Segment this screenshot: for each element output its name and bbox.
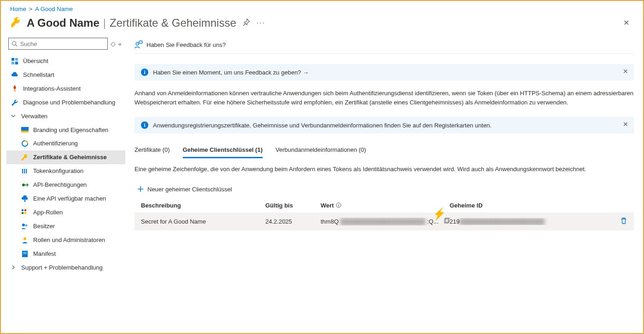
info-icon[interactable]: i bbox=[336, 202, 341, 208]
owners-icon bbox=[21, 223, 29, 230]
sidebar-item-diagnose[interactable]: Diagnose und Problembehandlung bbox=[6, 96, 125, 109]
svg-point-0 bbox=[12, 41, 16, 45]
roles-icon bbox=[21, 236, 29, 244]
search-icon bbox=[12, 40, 18, 47]
sidebar-item-branding[interactable]: Branding und Eigenschaften bbox=[6, 123, 125, 137]
delete-icon[interactable] bbox=[620, 219, 627, 226]
sidebar-item-auth[interactable]: Authentifizierung bbox=[6, 137, 125, 150]
svg-point-12 bbox=[22, 184, 25, 186]
page-header: A Good Name | Zertifikate & Geheimnisse … bbox=[1, 12, 643, 35]
cloud-icon bbox=[11, 71, 18, 79]
breadcrumb: Home > A Good Name bbox=[1, 1, 643, 12]
svg-rect-7 bbox=[21, 131, 29, 132]
collapse-icon[interactable]: « bbox=[118, 40, 122, 47]
tab-certificates[interactable]: Zertifikate (0) bbox=[135, 143, 170, 158]
sidebar-item-manifest[interactable]: Manifest bbox=[6, 247, 125, 261]
svg-rect-11 bbox=[26, 169, 27, 173]
cell-secretid: 219████████████████████ bbox=[450, 218, 609, 225]
feedback-banner-link[interactable]: Haben Sie einen Moment, um uns Feedback … bbox=[153, 69, 309, 76]
manifest-icon bbox=[21, 250, 29, 258]
breadcrumb-home[interactable]: Home bbox=[10, 6, 26, 12]
command-bar: Haben Sie Feedback für uns? bbox=[135, 38, 634, 54]
svg-rect-3 bbox=[15, 58, 18, 61]
svg-rect-21 bbox=[23, 252, 27, 253]
sidebar-item-certificates[interactable]: Zertifikate & Geheimnisse bbox=[6, 150, 125, 164]
sidebar-item-overview[interactable]: Übersicht bbox=[6, 54, 125, 68]
person-feedback-icon bbox=[135, 40, 143, 49]
key-icon bbox=[21, 154, 29, 161]
svg-rect-14 bbox=[24, 209, 26, 211]
col-header-secretid: Geheime ID bbox=[450, 202, 609, 209]
sidebar-item-quickstart[interactable]: Schnellstart bbox=[6, 68, 125, 82]
sidebar-item-approles[interactable]: App-Rollen bbox=[6, 206, 125, 219]
sidebar-item-roles[interactable]: Rollen und Administratoren bbox=[6, 233, 125, 247]
info-icon: i bbox=[141, 69, 148, 76]
key-icon bbox=[10, 16, 22, 29]
chevron-right-icon: > bbox=[29, 6, 33, 12]
svg-point-23 bbox=[136, 42, 139, 45]
sidebar: ◇ « Übersicht Schnellstart Integrations-… bbox=[1, 35, 125, 330]
info-icon: i bbox=[141, 121, 148, 129]
overview-icon bbox=[11, 58, 18, 65]
dismiss-icon[interactable]: ✕ bbox=[623, 68, 628, 75]
wrench-icon bbox=[11, 99, 18, 106]
table-row: Secret for A Good Name 24.2.2025 thm8Q██… bbox=[135, 213, 634, 230]
sidebar-item-apiperm[interactable]: API-Berechtigungen bbox=[6, 178, 125, 192]
main-content: Haben Sie Feedback für uns? i Haben Sie … bbox=[125, 35, 643, 330]
col-header-description: Beschreibung bbox=[141, 202, 265, 209]
col-header-expires: Gültig bis bbox=[265, 202, 321, 209]
api-perm-icon bbox=[21, 181, 29, 189]
sidebar-item-exposeapi[interactable]: Eine API verfügbar machen bbox=[6, 192, 125, 206]
dismiss-icon[interactable]: ✕ bbox=[623, 121, 628, 128]
feedback-button[interactable]: Haben Sie Feedback für uns? bbox=[135, 40, 226, 49]
info-banner: i Anwendungsregistrierungszertifikate, G… bbox=[135, 117, 634, 133]
branding-icon bbox=[21, 127, 29, 132]
tabs: Zertifikate (0) Geheime Clientschlüssel … bbox=[135, 143, 634, 158]
cell-expires: 24.2.2025 bbox=[265, 218, 321, 225]
description-text: Anhand von Anmeldeinformationen können v… bbox=[135, 89, 634, 107]
tab-client-secrets[interactable]: Geheime Clientschlüssel (1) bbox=[183, 143, 263, 158]
settings-icon[interactable]: ◇ bbox=[111, 40, 116, 47]
arrow-callout-icon bbox=[429, 206, 445, 223]
svg-rect-22 bbox=[23, 253, 27, 254]
table-header: Beschreibung Gültig bis Wert i Geheime I… bbox=[135, 198, 634, 213]
svg-point-17 bbox=[22, 224, 25, 226]
svg-text:i: i bbox=[144, 122, 145, 128]
more-icon[interactable]: ··· bbox=[257, 19, 265, 27]
svg-text:i: i bbox=[144, 69, 145, 75]
auth-icon bbox=[21, 140, 29, 147]
token-icon bbox=[21, 167, 29, 175]
svg-rect-15 bbox=[22, 212, 23, 214]
pin-icon[interactable] bbox=[243, 18, 250, 27]
sidebar-item-owners[interactable]: Besitzer bbox=[6, 219, 125, 233]
sidebar-group-manage[interactable]: Verwalten bbox=[6, 109, 125, 123]
tab-description: Eine geheime Zeichenfolge, die von der A… bbox=[135, 165, 634, 174]
svg-rect-16 bbox=[24, 212, 26, 214]
page-subtitle: Zertifikate & Geheimnisse bbox=[110, 17, 236, 29]
search-input[interactable] bbox=[8, 38, 108, 50]
svg-point-18 bbox=[25, 225, 28, 227]
svg-rect-32 bbox=[445, 218, 449, 222]
tab-federated[interactable]: Verbundanmeldeinformationen (0) bbox=[275, 143, 366, 158]
chevron-right-icon bbox=[11, 264, 17, 271]
expose-api-icon bbox=[21, 195, 29, 202]
chevron-down-icon bbox=[11, 113, 17, 120]
cell-description: Secret for A Good Name bbox=[141, 218, 265, 225]
close-icon[interactable]: ✕ bbox=[623, 18, 634, 27]
svg-rect-4 bbox=[12, 62, 14, 64]
new-client-secret-button[interactable]: Neuer geheimer Clientschlüssel bbox=[135, 184, 235, 195]
sidebar-item-integration[interactable]: Integrations-Assistent bbox=[6, 82, 125, 96]
sidebar-group-support[interactable]: Support + Problembehandlung bbox=[6, 261, 125, 275]
plus-icon bbox=[137, 186, 144, 192]
svg-rect-13 bbox=[22, 209, 23, 211]
svg-rect-24 bbox=[139, 41, 142, 43]
breadcrumb-current[interactable]: A Good Name bbox=[35, 6, 73, 12]
svg-text:i: i bbox=[338, 203, 339, 207]
app-roles-icon bbox=[21, 209, 29, 216]
sidebar-item-tokenconfig[interactable]: Tokenkonfiguration bbox=[6, 164, 125, 178]
svg-line-1 bbox=[16, 45, 17, 46]
svg-rect-10 bbox=[24, 169, 25, 173]
secrets-table: Beschreibung Gültig bis Wert i Geheime I… bbox=[135, 198, 634, 230]
svg-point-19 bbox=[23, 237, 26, 240]
svg-rect-9 bbox=[22, 169, 23, 173]
